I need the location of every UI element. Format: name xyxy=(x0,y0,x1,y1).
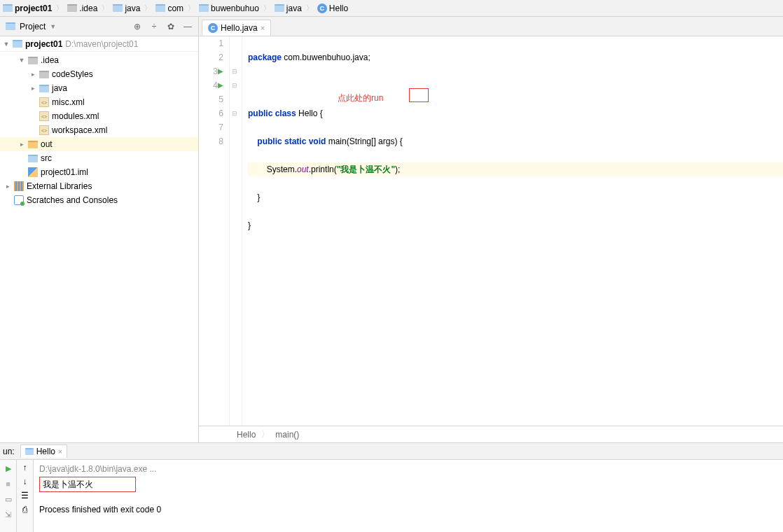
target-icon[interactable]: ⊕ xyxy=(132,22,142,31)
run-toolbar-left: ▶ ■ ▭ ⇲ xyxy=(0,460,17,532)
line-numbers: 123 ▶4 ▶5678 xyxy=(199,36,230,426)
rerun-icon[interactable]: ▶ xyxy=(3,463,14,474)
folder-icon xyxy=(39,85,49,92)
console-output-line: 我是卜温不火 xyxy=(39,477,136,492)
down-icon[interactable]: ↓ xyxy=(23,477,27,486)
hide-icon[interactable]: — xyxy=(183,22,193,31)
tree-item-out[interactable]: ▸out xyxy=(0,137,198,151)
tree-item-label: modules.xml xyxy=(52,111,99,121)
run-config-icon xyxy=(25,448,34,455)
crumb-java2[interactable]: java xyxy=(275,4,302,13)
tree-item-label: project01.iml xyxy=(41,167,88,177)
folder-orange-icon xyxy=(28,141,38,148)
stop-icon[interactable]: ■ xyxy=(3,478,14,489)
console-output[interactable]: D:\java\jdk-1.8.0\bin\java.exe ... 我是卜温不… xyxy=(34,460,783,532)
crumb-root[interactable]: project01 xyxy=(3,4,52,13)
project-icon xyxy=(6,22,15,30)
tree-item-label: out xyxy=(41,139,53,149)
tree-item-label: codeStyles xyxy=(52,69,93,79)
run-gutter-icon-3[interactable]: ▶ xyxy=(218,64,223,78)
editor-tab-hello[interactable]: C Hello.java × xyxy=(202,20,271,36)
editor-area: C Hello.java × 点此处的run 123 ▶4 ▶5678 ⊟⊟⊟ … xyxy=(199,17,783,442)
up-icon[interactable]: ↑ xyxy=(23,463,27,472)
tree-item-project01-iml[interactable]: project01.iml xyxy=(0,165,198,179)
tree-item-misc-xml[interactable]: <>misc.xml xyxy=(0,95,198,109)
crumb-class[interactable]: CHello xyxy=(317,4,348,13)
dropdown-icon[interactable]: ▼ xyxy=(50,23,56,30)
tree-item-label: java xyxy=(52,83,67,93)
tree-item-label: Scratches and Consoles xyxy=(27,195,118,205)
close-tab-icon[interactable]: × xyxy=(261,24,265,32)
iml-icon xyxy=(28,167,38,177)
run-panel-label: un: xyxy=(3,447,15,456)
crumb-com[interactable]: com xyxy=(155,4,183,13)
console-cmd: D:\java\jdk-1.8.0\bin\java.exe ... xyxy=(39,463,777,475)
tree-item-src[interactable]: src xyxy=(0,151,198,165)
run-toolbar-nav: ↑ ↓ ☰ ⎙ xyxy=(17,460,34,532)
editor-crumb-bar: Hello 〉 main() xyxy=(199,426,783,442)
tree-item-workspace-xml[interactable]: <>workspace.xml xyxy=(0,123,198,137)
console-exit: Process finished with exit code 0 xyxy=(39,503,777,516)
run-tab-label: Hello xyxy=(36,447,55,456)
crumb-sep: 〉 xyxy=(56,4,63,13)
tree-external-libraries[interactable]: ▸External Libraries xyxy=(0,179,198,193)
editor-tabs: C Hello.java × xyxy=(199,17,783,36)
run-annotation: 点此处的run xyxy=(338,92,383,104)
library-icon xyxy=(14,181,24,191)
crumb-java1[interactable]: java xyxy=(113,4,140,13)
project-root-row[interactable]: ▼ project01 D:\maven\project01 xyxy=(0,36,198,52)
project-tree: ▼.idea▸codeStyles▸java<>misc.xml<>module… xyxy=(0,52,198,442)
project-name: project01 xyxy=(25,39,62,49)
tree-item--idea[interactable]: ▼.idea xyxy=(0,53,198,67)
gear-icon[interactable]: ✿ xyxy=(166,22,176,31)
run-gutter-icon-4[interactable]: ▶ xyxy=(218,78,223,92)
close-run-tab-icon[interactable]: × xyxy=(58,448,62,456)
run-highlight-box xyxy=(409,88,429,102)
xml-icon: <> xyxy=(39,111,49,121)
tree-item-label: src xyxy=(41,153,52,163)
tree-item-label: .idea xyxy=(41,55,59,65)
scratches-icon xyxy=(14,195,24,205)
code-editor[interactable]: 123 ▶4 ▶5678 ⊟⊟⊟ package com.buwenbuhuo.… xyxy=(199,36,783,426)
tab-label: Hello.java xyxy=(221,23,258,33)
crumb-method-name[interactable]: main() xyxy=(275,430,299,440)
tree-scratches[interactable]: Scratches and Consoles xyxy=(0,193,198,207)
project-path: D:\maven\project01 xyxy=(65,39,138,49)
wrap-icon[interactable]: ☰ xyxy=(21,491,29,500)
breadcrumb-bar: project01 〉 .idea 〉 java 〉 com 〉 buwenbu… xyxy=(0,0,783,17)
print-icon[interactable]: ⎙ xyxy=(22,505,27,514)
code-content[interactable]: package com.buwenbuhuo.java; public clas… xyxy=(242,36,783,426)
sidebar-title: Project xyxy=(20,22,46,31)
tree-item-java[interactable]: ▸java xyxy=(0,81,198,95)
folder-icon xyxy=(28,155,38,162)
xml-icon: <> xyxy=(39,97,49,107)
collapse-icon[interactable]: ÷ xyxy=(149,22,159,31)
tree-item-label: misc.xml xyxy=(52,97,85,107)
fold-gutter: ⊟⊟⊟ xyxy=(230,36,242,426)
crumb-class-name[interactable]: Hello xyxy=(237,430,256,440)
folder-grey-icon xyxy=(39,71,49,78)
run-tab-hello[interactable]: Hello × xyxy=(20,444,67,458)
tree-item-codeStyles[interactable]: ▸codeStyles xyxy=(0,67,198,81)
run-panel: un: Hello × ▶ ■ ▭ ⇲ ↑ ↓ ☰ ⎙ D:\java\jdk-… xyxy=(0,442,783,532)
pin-icon[interactable]: ⇲ xyxy=(3,509,14,520)
java-file-icon: C xyxy=(208,23,218,33)
run-header: un: Hello × xyxy=(0,443,783,460)
crumb-buwenbuhuo[interactable]: buwenbuhuo xyxy=(199,4,259,13)
tree-item-label: External Libraries xyxy=(27,181,92,191)
project-sidebar: Project ▼ ⊕ ÷ ✿ — ▼ project01 D:\maven\p… xyxy=(0,17,199,442)
folder-grey-icon xyxy=(28,57,38,64)
tree-item-modules-xml[interactable]: <>modules.xml xyxy=(0,109,198,123)
xml-icon: <> xyxy=(39,125,49,135)
layout-icon[interactable]: ▭ xyxy=(3,493,14,505)
crumb-idea[interactable]: .idea xyxy=(67,4,97,13)
tree-item-label: workspace.xml xyxy=(52,125,107,135)
sidebar-header: Project ▼ ⊕ ÷ ✿ — xyxy=(0,17,198,36)
